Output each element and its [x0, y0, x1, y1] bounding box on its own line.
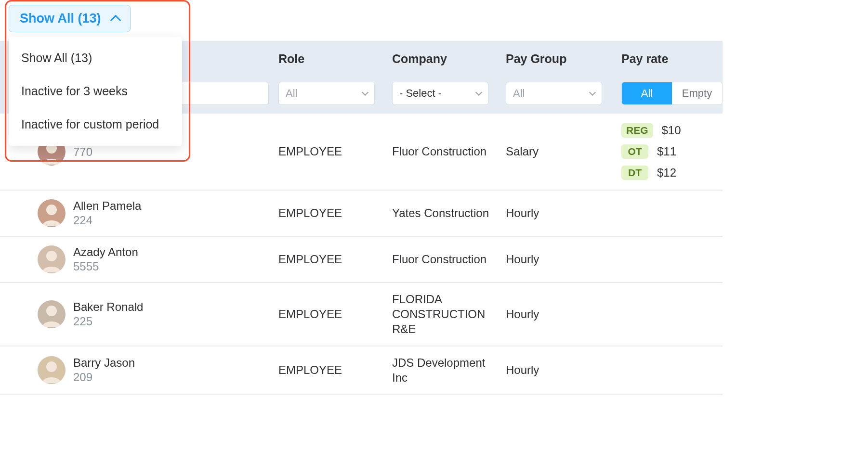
paygroup-filter-select[interactable]: All: [506, 82, 602, 105]
header-company[interactable]: Company: [392, 52, 506, 66]
paygroup-cell: Hourly: [506, 206, 619, 220]
role-filter-select[interactable]: All: [278, 82, 375, 105]
dropdown-option-inactive-3-weeks[interactable]: Inactive for 3 weeks: [9, 75, 182, 108]
user-id: 5555: [73, 260, 138, 273]
svg-point-5: [46, 251, 57, 261]
payrate-cell: REG$10OT$11DT$12: [619, 123, 723, 180]
company-cell: Yates Construction: [392, 205, 506, 220]
rate-badge: REG: [621, 123, 653, 138]
rate-amount: $10: [662, 124, 681, 137]
table-row[interactable]: Barry Jason209EMPLOYEEJDS Development In…: [0, 346, 723, 395]
rate-badge: OT: [621, 144, 648, 159]
rate-line: REG$10: [621, 123, 723, 138]
table-row[interactable]: Azady Anton5555EMPLOYEEFluor Constructio…: [0, 237, 723, 283]
dropdown-option-inactive-custom[interactable]: Inactive for custom period: [9, 108, 182, 141]
avatar[interactable]: [38, 300, 66, 328]
avatar[interactable]: [38, 356, 66, 384]
chevron-up-icon: [110, 14, 121, 26]
role-filter-placeholder: All: [286, 87, 297, 100]
payrate-filter-toggle: All Empty: [621, 82, 723, 105]
avatar[interactable]: [38, 245, 66, 273]
role-cell: EMPLOYEE: [278, 308, 392, 321]
paygroup-cell: Hourly: [506, 308, 619, 321]
chevron-down-icon: [362, 89, 368, 96]
paygroup-cell: Hourly: [506, 363, 619, 377]
company-filter-select[interactable]: - Select -: [392, 82, 488, 105]
dropdown-option-show-all[interactable]: Show All (13): [9, 41, 182, 75]
show-all-filter-label: Show All (13): [20, 11, 101, 26]
user-id: 209: [73, 371, 135, 384]
role-cell: EMPLOYEE: [278, 363, 392, 377]
company-cell: Fluor Construction: [392, 144, 506, 159]
paygroup-cell: Salary: [506, 145, 619, 158]
svg-point-9: [46, 361, 57, 372]
company-cell: FLORIDA CONSTRUCTION R&E: [392, 292, 506, 337]
role-cell: EMPLOYEE: [278, 253, 392, 266]
user-name: Baker Ronald: [73, 300, 143, 314]
table-row[interactable]: Baker Ronald225EMPLOYEEFLORIDA CONSTRUCT…: [0, 283, 723, 346]
header-role[interactable]: Role: [278, 52, 392, 66]
rate-badge: DT: [621, 166, 648, 180]
payrate-filter-all[interactable]: All: [622, 82, 672, 104]
header-paygroup[interactable]: Pay Group: [506, 52, 619, 66]
chevron-down-icon: [589, 89, 596, 96]
company-cell: JDS Development Inc: [392, 355, 506, 385]
user-id: 770: [73, 145, 92, 159]
svg-point-3: [46, 205, 57, 215]
role-cell: EMPLOYEE: [278, 145, 392, 158]
rate-amount: $11: [657, 145, 676, 158]
user-id: 225: [73, 315, 143, 328]
user-id: 224: [73, 214, 141, 227]
avatar[interactable]: [38, 199, 66, 227]
role-cell: EMPLOYEE: [278, 206, 392, 220]
rate-line: OT$11: [621, 144, 723, 159]
chevron-down-icon: [475, 89, 482, 96]
header-payrate[interactable]: Pay rate: [619, 52, 723, 66]
table-row[interactable]: Allen Pamela224EMPLOYEEYates Constructio…: [0, 191, 723, 237]
rate-line: DT$12: [621, 166, 723, 180]
user-name: Barry Jason: [73, 356, 135, 370]
paygroup-filter-placeholder: All: [513, 87, 525, 100]
show-all-dropdown-panel: Show All (13) Inactive for 3 weeks Inact…: [9, 37, 182, 146]
user-name: Azady Anton: [73, 245, 138, 259]
payrate-filter-empty[interactable]: Empty: [672, 82, 722, 104]
user-name: Allen Pamela: [73, 199, 141, 213]
company-filter-value: - Select -: [399, 87, 442, 100]
company-cell: Fluor Construction: [392, 252, 506, 267]
show-all-filter-button[interactable]: Show All (13): [9, 5, 131, 32]
paygroup-cell: Hourly: [506, 253, 619, 266]
svg-point-7: [46, 306, 57, 316]
rate-amount: $12: [657, 166, 676, 180]
